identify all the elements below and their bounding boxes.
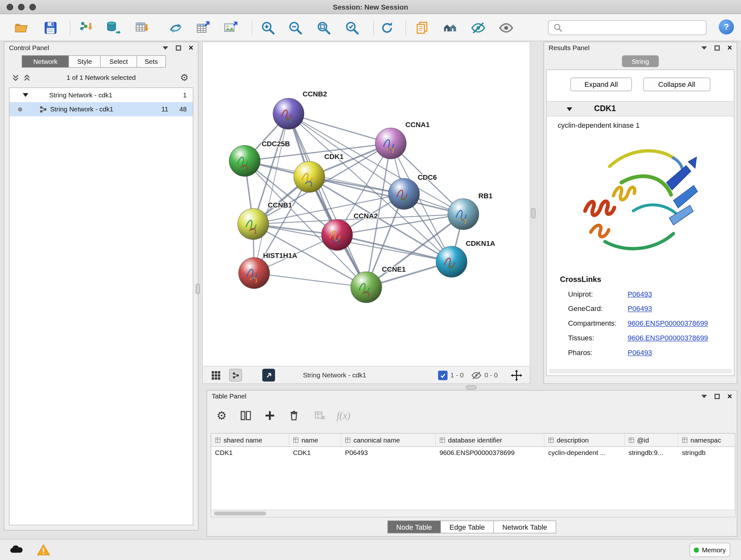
tab-sets[interactable]: Sets <box>137 55 166 68</box>
table-row[interactable]: CDK1 CDK1 P06493 9606.ENSP00000378699 cy… <box>211 447 735 459</box>
panel-close-icon[interactable]: × <box>727 44 732 52</box>
network-node[interactable] <box>229 145 260 176</box>
tab-network[interactable]: Network <box>22 55 69 68</box>
show-graphics-details-button[interactable] <box>497 19 515 37</box>
zoom-out-button[interactable] <box>287 19 304 37</box>
table-cell[interactable]: cyclin-dependent ... <box>544 447 625 459</box>
network-node[interactable] <box>375 128 406 159</box>
network-view-button[interactable] <box>229 369 242 381</box>
panel-collapse-icon[interactable] <box>163 46 169 49</box>
crosslink-link[interactable]: P06493 <box>628 304 652 312</box>
create-column-button[interactable] <box>262 408 278 424</box>
table-settings-button[interactable]: ⚙ <box>213 408 229 424</box>
node-table[interactable]: shared name name canonical name database… <box>211 433 735 517</box>
zoom-selected-button[interactable] <box>344 19 360 37</box>
column-header[interactable]: @id <box>625 434 678 446</box>
export-image-button[interactable] <box>222 19 239 37</box>
column-header[interactable]: description <box>544 434 625 446</box>
network-graph[interactable]: CCNB2CCNA1CDC25BCDK1CDC6RB1CCNB1CCNA2CDK… <box>203 42 530 366</box>
birdseye-grid-button[interactable] <box>209 369 222 381</box>
network-collection-row[interactable]: String Network - cdk1 1 <box>10 88 193 102</box>
delete-column-button[interactable] <box>286 408 302 424</box>
zoom-fit-button[interactable] <box>315 19 332 37</box>
network-canvas[interactable]: CCNB2CCNA1CDC25BCDK1CDC6RB1CCNB1CCNA2CDK… <box>202 42 530 366</box>
warning-icon[interactable] <box>37 544 50 556</box>
save-session-button[interactable] <box>42 19 59 37</box>
tab-edge-table[interactable]: Edge Table <box>441 520 494 533</box>
close-window-button[interactable] <box>7 4 13 10</box>
panel-float-icon[interactable] <box>715 394 720 399</box>
tab-style[interactable]: Style <box>69 55 101 68</box>
export-table-button[interactable] <box>195 19 212 37</box>
table-cell[interactable]: stringdb:9... <box>625 447 678 459</box>
panel-collapse-icon[interactable] <box>701 46 707 49</box>
table-horizontal-scrollbar[interactable] <box>212 509 734 516</box>
copy-document-button[interactable] <box>414 19 430 37</box>
hide-graphics-details-button[interactable] <box>470 19 487 37</box>
tab-string[interactable]: String <box>622 55 659 67</box>
import-table-button[interactable] <box>133 19 150 37</box>
column-header[interactable]: database identifier <box>435 434 544 446</box>
selected-items-checkbox[interactable] <box>438 371 448 380</box>
network-node[interactable] <box>321 219 352 250</box>
first-neighbors-button[interactable] <box>167 19 184 37</box>
collapse-all-button[interactable]: Collapse All <box>643 78 711 91</box>
home-networks-button[interactable] <box>442 19 459 37</box>
column-header[interactable]: name <box>289 434 341 446</box>
tree-expander-icon[interactable] <box>23 93 28 97</box>
network-node[interactable] <box>436 246 467 277</box>
open-session-button[interactable] <box>13 19 30 37</box>
minimize-window-button[interactable] <box>18 4 24 10</box>
refresh-layout-button[interactable] <box>379 19 395 37</box>
panel-float-icon[interactable] <box>715 45 720 50</box>
panel-collapse-icon[interactable] <box>701 395 707 398</box>
table-cell[interactable]: P06493 <box>341 447 435 459</box>
panel-close-icon[interactable]: × <box>189 44 193 52</box>
import-network-file-button[interactable] <box>78 19 95 37</box>
table-cell[interactable]: 9606.ENSP00000378699 <box>435 447 544 459</box>
table-cell[interactable]: CDK1 <box>211 447 289 459</box>
tab-select[interactable]: Select <box>100 55 137 68</box>
table-cell[interactable]: stringdb <box>678 447 735 459</box>
search-input[interactable] <box>566 24 706 32</box>
import-network-database-button[interactable] <box>105 19 122 37</box>
column-header[interactable]: shared name <box>211 434 289 446</box>
crosslink-link[interactable]: 9606.ENSP00000378699 <box>628 334 708 341</box>
hidden-items-eye-slash-icon[interactable] <box>471 370 482 381</box>
show-columns-button[interactable] <box>238 408 254 424</box>
scrollbar-thumb[interactable] <box>214 511 266 515</box>
tab-network-table[interactable]: Network Table <box>493 520 556 533</box>
table-cell[interactable]: CDK1 <box>289 447 341 459</box>
panel-close-icon[interactable]: × <box>727 392 732 400</box>
gene-section-header[interactable]: CDK1 <box>547 101 734 116</box>
pan-crosshair-icon[interactable] <box>511 370 522 381</box>
zoom-in-button[interactable] <box>259 19 276 37</box>
results-scrollbar[interactable] <box>549 369 732 374</box>
zoom-window-button[interactable] <box>29 4 36 10</box>
panel-float-icon[interactable] <box>176 45 181 50</box>
network-node[interactable] <box>448 199 479 230</box>
network-node[interactable] <box>238 208 269 240</box>
tab-node-table[interactable]: Node Table <box>387 520 441 533</box>
network-node[interactable] <box>293 161 325 192</box>
bottom-splitter-handle[interactable] <box>466 385 476 389</box>
cloud-icon[interactable] <box>9 544 24 556</box>
expand-all-button[interactable]: Expand All <box>570 78 632 91</box>
network-node[interactable] <box>239 258 270 289</box>
column-header[interactable]: canonical name <box>341 434 435 446</box>
section-expander-icon[interactable] <box>567 107 572 111</box>
crosslink-link[interactable]: 9606.ENSP00000378699 <box>628 319 708 327</box>
search-field[interactable] <box>548 20 706 35</box>
crosslink-link[interactable]: P06493 <box>628 348 652 356</box>
network-node[interactable] <box>351 272 382 303</box>
right-splitter-handle[interactable] <box>531 208 536 219</box>
network-node[interactable] <box>273 98 304 129</box>
column-header[interactable]: namespac <box>678 434 735 446</box>
memory-button[interactable]: Memory <box>690 543 730 557</box>
network-options-gear-icon[interactable]: ⚙ <box>180 72 189 83</box>
left-splitter-handle[interactable] <box>196 284 200 294</box>
help-button[interactable]: ? <box>719 19 734 35</box>
detach-view-button[interactable] <box>262 369 275 381</box>
network-row[interactable]: String Network - cdk1 11 48 <box>10 102 193 116</box>
crosslink-link[interactable]: P06493 <box>628 290 652 298</box>
